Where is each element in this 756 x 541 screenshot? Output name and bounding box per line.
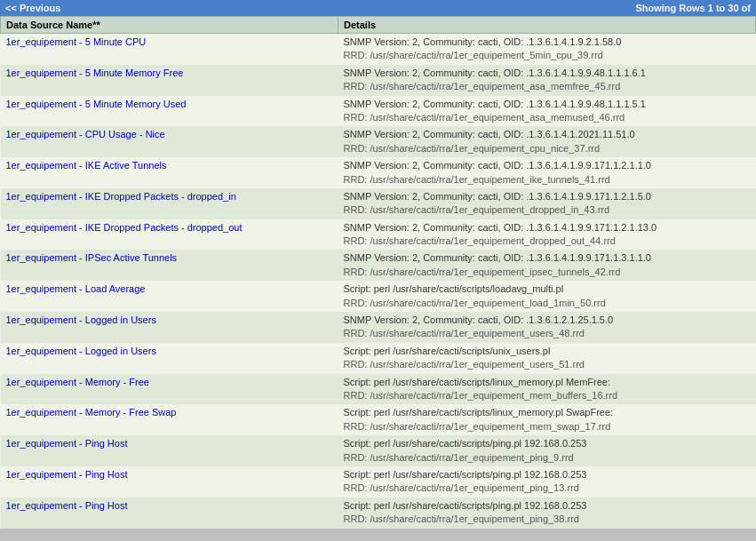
datasource-name[interactable]: 1er_equipement - IKE Dropped Packets - d…	[1, 219, 338, 251]
datasource-name[interactable]: 1er_equipement - IPSec Active Tunnels	[1, 250, 338, 281]
datasource-name[interactable]: 1er_equipement - IKE Dropped Packets - d…	[1, 188, 338, 219]
datasource-name[interactable]: 1er_equipement - IKE Active Tunnels	[1, 157, 338, 188]
datasource-detail: SNMP Version: 2, Community: cacti, OID: …	[338, 96, 756, 127]
datasource-name[interactable]: 1er_equipement - 5 Minute CPU	[1, 34, 338, 65]
data-source-table: Data Source Name** Details 1er_equipemen…	[0, 16, 756, 529]
back-button[interactable]: << Previous	[5, 3, 60, 13]
table-row: 1er_equipement - Ping HostScript: perl /…	[1, 497, 756, 529]
table-row: 1er_equipement - IKE Dropped Packets - d…	[1, 188, 756, 219]
datasource-detail: SNMP Version: 2, Community: cacti, OID: …	[338, 188, 756, 219]
datasource-detail: SNMP Version: 2, Community: cacti, OID: …	[338, 250, 756, 281]
table-row: 1er_equipement - 5 Minute Memory UsedSNM…	[1, 96, 756, 127]
datasource-detail: SNMP Version: 2, Community: cacti, OID: …	[338, 312, 756, 343]
datasource-name[interactable]: 1er_equipement - Logged in Users	[1, 312, 338, 343]
datasource-name[interactable]: 1er_equipement - Logged in Users	[1, 343, 338, 374]
table-row: 1er_equipement - Logged in UsersScript: …	[1, 343, 756, 374]
datasource-name[interactable]: 1er_equipement - 5 Minute Memory Free	[1, 65, 338, 96]
datasource-detail: Script: perl /usr/share/cacti/scripts/li…	[338, 374, 756, 405]
datasource-detail: SNMP Version: 2, Community: cacti, OID: …	[338, 65, 756, 96]
datasource-detail: Script: perl /usr/share/cacti/scripts/li…	[338, 404, 756, 435]
datasource-detail: Script: perl /usr/share/cacti/scripts/pi…	[338, 435, 756, 466]
table-row: 1er_equipement - Ping HostScript: perl /…	[1, 435, 756, 466]
datasource-name[interactable]: 1er_equipement - Ping Host	[1, 466, 338, 497]
table-row: 1er_equipement - Memory - Free SwapScrip…	[1, 404, 756, 435]
table-row: 1er_equipement - Memory - FreeScript: pe…	[1, 374, 756, 405]
datasource-name[interactable]: 1er_equipement - CPU Usage - Nice	[1, 126, 338, 157]
datasource-name[interactable]: 1er_equipement - Memory - Free Swap	[1, 404, 338, 435]
datasource-name[interactable]: 1er_equipement - Memory - Free	[1, 374, 338, 405]
table-row: 1er_equipement - IKE Active TunnelsSNMP …	[1, 157, 756, 188]
col-header-name: Data Source Name**	[1, 17, 338, 34]
datasource-name[interactable]: 1er_equipement - Load Average	[1, 281, 338, 312]
datasource-detail: Script: perl /usr/share/cacti/scripts/un…	[338, 343, 756, 374]
datasource-name[interactable]: 1er_equipement - Ping Host	[1, 435, 338, 466]
datasource-name[interactable]: 1er_equipement - 5 Minute Memory Used	[1, 96, 338, 127]
status-label: Showing Rows 1 to 30 of	[635, 3, 751, 13]
datasource-detail: Script: perl /usr/share/cacti/scripts/pi…	[338, 466, 756, 497]
datasource-detail: Script: perl /usr/share/cacti/scripts/lo…	[338, 281, 756, 312]
datasource-name[interactable]: 1er_equipement - Ping Host	[1, 497, 338, 529]
table-row: 1er_equipement - IPSec Active TunnelsSNM…	[1, 250, 756, 281]
table-row: 1er_equipement - IKE Dropped Packets - d…	[1, 219, 756, 251]
table-row: 1er_equipement - CPU Usage - NiceSNMP Ve…	[1, 126, 756, 157]
datasource-detail: SNMP Version: 2, Community: cacti, OID: …	[338, 126, 756, 157]
table-row: 1er_equipement - 5 Minute Memory FreeSNM…	[1, 65, 756, 96]
col-header-details: Details	[338, 17, 756, 34]
table-row: 1er_equipement - 5 Minute CPUSNMP Versio…	[1, 34, 756, 65]
datasource-detail: SNMP Version: 2, Community: cacti, OID: …	[338, 157, 756, 188]
table-row: 1er_equipement - Logged in UsersSNMP Ver…	[1, 312, 756, 343]
header-bar: << Previous Showing Rows 1 to 30 of	[0, 0, 756, 16]
datasource-detail: SNMP Version: 2, Community: cacti, OID: …	[338, 34, 756, 65]
table-row: 1er_equipement - Ping HostScript: perl /…	[1, 466, 756, 497]
datasource-detail: Script: perl /usr/share/cacti/scripts/pi…	[338, 497, 756, 529]
datasource-detail: SNMP Version: 2, Community: cacti, OID: …	[338, 219, 756, 251]
table-row: 1er_equipement - Load AverageScript: per…	[1, 281, 756, 312]
